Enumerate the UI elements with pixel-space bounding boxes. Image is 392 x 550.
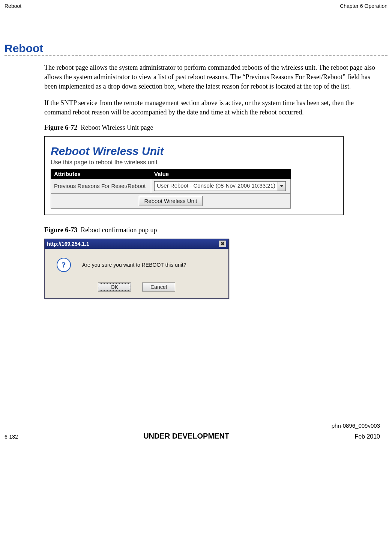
dialog-title-text: http://169.254.1.1 <box>47 241 89 247</box>
figure-2-label: Figure 6-73 Reboot confirmation pop up <box>44 226 376 234</box>
dialog-titlebar: http://169.254.1.1 ✖ <box>45 239 228 249</box>
footer-doc: phn-0896_009v003 <box>5 422 387 429</box>
figure-1-number: Figure 6-72 <box>44 124 77 131</box>
chevron-down-icon <box>278 182 285 191</box>
close-icon[interactable]: ✖ <box>219 240 226 247</box>
question-icon: ? <box>57 258 71 272</box>
footer-status: UNDER DEVELOPMENT <box>143 432 229 440</box>
row-value: User Reboot - Console (08-Nov-2006 10:33… <box>151 179 291 193</box>
figure-1-caption: Reboot Wireless Unit page <box>81 124 153 131</box>
para-1: The reboot page allows the system admini… <box>44 63 376 92</box>
figure-2-number: Figure 6-73 <box>44 226 77 234</box>
page-footer: phn-0896_009v003 6-132 UNDER DEVELOPMENT… <box>0 422 392 448</box>
table-row: Previous Reasons For Reset/Reboot User R… <box>51 179 291 193</box>
figure-2-caption: Reboot confirmation pop up <box>81 226 157 234</box>
dialog-body: ? Are you sure you want to REBOOT this u… <box>45 249 228 298</box>
section-title: Reboot <box>5 42 387 56</box>
row-label: Previous Reasons For Reset/Reboot <box>51 179 151 193</box>
attr-table: Attributes Value Previous Reasons For Re… <box>51 169 291 209</box>
reason-select[interactable]: User Reboot - Console (08-Nov-2006 10:33… <box>154 181 286 191</box>
ok-button[interactable]: OK <box>98 283 131 292</box>
svg-marker-0 <box>280 185 284 187</box>
para-2: If the SNTP service from the remote mana… <box>44 98 376 117</box>
cancel-button[interactable]: Cancel <box>142 283 175 292</box>
reason-select-value: User Reboot - Console (08-Nov-2006 10:33… <box>155 182 278 191</box>
confirm-dialog: http://169.254.1.1 ✖ ? Are you sure you … <box>44 239 229 299</box>
reboot-panel-subtitle: Use this page to reboot the wireless uni… <box>51 159 337 166</box>
figure-1-label: Figure 6-72 Reboot Wireless Unit page <box>44 124 376 132</box>
footer-page: 6-132 <box>5 434 18 440</box>
table-row: Reboot Wireless Unit <box>51 193 291 208</box>
header-left: Reboot <box>5 3 21 9</box>
reboot-panel: Reboot Wireless Unit Use this page to re… <box>44 136 344 215</box>
footer-date: Feb 2010 <box>354 433 387 440</box>
col-value: Value <box>151 169 291 179</box>
header-right: Chapter 6 Operation <box>340 3 387 9</box>
col-attributes: Attributes <box>51 169 151 179</box>
reboot-button[interactable]: Reboot Wireless Unit <box>139 196 203 206</box>
page-header: Reboot Chapter 6 Operation <box>5 0 387 9</box>
dialog-message: Are you sure you want to REBOOT this uni… <box>82 262 186 268</box>
reboot-panel-title: Reboot Wireless Unit <box>51 145 337 158</box>
